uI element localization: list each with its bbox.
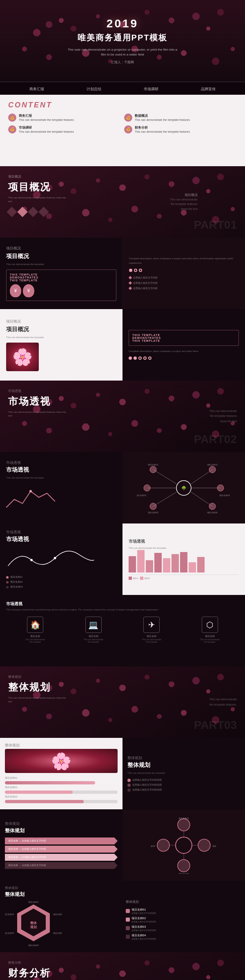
svg-point-23 — [176, 837, 192, 853]
market-wave-label: 市场透视 — [6, 530, 116, 535]
section3-title: 整体规划 — [8, 681, 114, 694]
svg-point-9 — [150, 466, 156, 473]
svg-text:项目名称03: 项目名称03 — [53, 932, 62, 934]
plan1-label: 整体规划 — [5, 743, 118, 748]
slide-section2: 市场透视 市场透视 This can demonstrate the templ… — [0, 381, 245, 452]
nav-tab-business[interactable]: 商务汇报 — [26, 85, 47, 93]
part-number-3: PART03 — [194, 719, 237, 732]
diamond-icon-3 — [28, 207, 38, 217]
section3-right: This can demonstratethe template feature… — [209, 697, 237, 707]
slide-project1: 项目概况 项目概况 This can demonstrate the templ… — [0, 238, 245, 309]
proj1-subtitle: This can demonstrate the template — [6, 263, 116, 266]
market-icons-subtitle: The company entered the manufacturing se… — [6, 608, 239, 612]
section1-right-text: This can demonstratethe template feature… — [170, 197, 197, 211]
template-label2: THIS TEMPLATEDEMONSTRATESTHIS TEMPLATE — [132, 334, 235, 342]
proj1-title: 项目概况 — [6, 253, 116, 260]
plan2-ribbons: 项目名称 → 点击输入相关文字内容 项目名称 → 点击输入相关文字内容 项目名称… — [5, 837, 118, 869]
svg-line-5 — [153, 492, 176, 506]
circles-diagram: 项目名称01 项目名称02 项目名称03 项目名称04 — [151, 817, 216, 874]
svg-point-11 — [150, 503, 156, 510]
svg-text:项目名称06: 项目名称06 — [5, 913, 14, 915]
tree-diagram: 🌳 项目名称01 项目名称02 项目名称03 项目名称04 项目名称05 项目名… — [137, 459, 231, 517]
plan3-right: 整体规划 项目名称01这里输入相关文字内容说明 项目名称02这里输入相关文字内容… — [126, 900, 241, 940]
cover-subtitle: The user can demonstrate on a projector … — [65, 47, 180, 56]
content-title: CONTENT — [8, 101, 237, 109]
svg-point-24 — [178, 819, 190, 831]
money-icons-row — [10, 284, 113, 297]
section2-right: This can demonstratethe template feature… — [209, 409, 237, 424]
svg-point-0 — [29, 490, 32, 492]
nav-tab-plan[interactable]: 计划总结 — [83, 85, 105, 93]
section1-title: 项目概况 — [8, 180, 114, 194]
svg-text:项目名称04: 项目名称04 — [28, 944, 39, 947]
proj1-label: 项目概况 — [6, 246, 116, 251]
part-number-2: PART02 — [194, 433, 237, 446]
part-number-1: PART01 — [194, 218, 237, 232]
nav-tab-market[interactable]: 市场调研 — [140, 85, 162, 93]
plan2-label: 整体规划 — [5, 821, 118, 826]
svg-text:项目名称01: 项目名称01 — [148, 463, 158, 466]
slide-project2: 项目概况 项目概况 This can demonstrate the templ… — [0, 309, 245, 381]
proj2-label: 项目概况 — [6, 319, 116, 324]
market-icons-row: 🏠 项目名称 This can demonstratethe template … — [6, 617, 239, 643]
plan1-right-items: 这里输入相关文字内容说明 这里输入相关文字内容说明 这里输入相关文字内容说明 — [127, 778, 240, 792]
content-label-1: 商务汇报 — [19, 114, 74, 118]
market-wave-title: 市场透视 — [6, 536, 116, 543]
svg-line-4 — [191, 470, 212, 484]
icon-home-label: 项目名称 — [25, 635, 45, 638]
wave-svg — [6, 546, 96, 574]
slide-plan1: 整体规划 项目名称01 项目名称02 项目名称03 整体规划 整体规划 This… — [0, 738, 245, 809]
svg-text:规划: 规划 — [30, 925, 37, 929]
svg-text:项目名称05: 项目名称05 — [148, 511, 158, 514]
svg-point-10 — [209, 466, 216, 473]
slide-section3: 整体规划 整体规划 This can demonstrate the templ… — [0, 666, 245, 738]
content-desc-3: This can demonstrate the template featur… — [19, 130, 74, 133]
flower-image — [6, 343, 39, 371]
svg-text:项目名称02: 项目名称02 — [207, 463, 218, 466]
section2-subtitle: This can demonstrate the template featur… — [8, 410, 69, 418]
section2-title: 市场透视 — [8, 395, 114, 408]
money-icon-2: 💰 — [124, 114, 132, 122]
svg-point-21 — [30, 559, 33, 561]
diamond-icon-1 — [7, 207, 17, 217]
svg-text:项目名称01: 项目名称01 — [28, 901, 39, 903]
money-icon-1: 💰 — [8, 114, 16, 122]
nav-tab-brand[interactable]: 品牌宣传 — [198, 85, 219, 93]
svg-point-22 — [54, 557, 56, 559]
money-icon-3: 💰 — [8, 125, 16, 134]
slide-section4: 财务分析 财务分析 This can demonstrate the templ… — [0, 952, 245, 980]
content-label-4: 财务分析 — [135, 125, 190, 130]
market-tree-label: 市场透视 — [6, 460, 116, 466]
plan3-items: 项目名称01这里输入相关文字内容说明 项目名称02这里输入相关文字内容说明 项目… — [126, 908, 241, 940]
section1-part: 项目概况 — [8, 174, 114, 179]
svg-point-26 — [178, 860, 190, 872]
proj1-right-text: Complete description: place a between a … — [129, 256, 239, 265]
icon-hex-desc: This can demonstratethe template — [200, 638, 220, 643]
plan2-circles: 项目名称01 项目名称02 项目名称03 项目名称04 — [151, 817, 216, 874]
content-grid: 💰 商务汇报 This can demonstrate the template… — [8, 114, 237, 134]
section1-subtitle: This can demonstrate the template featur… — [8, 196, 69, 203]
plan3-label: 整体规划 — [5, 886, 120, 890]
content-desc-2: This can demonstrate the template featur… — [135, 118, 190, 121]
market-icons-title: 市场透视 — [6, 601, 239, 607]
section3-subtitle: This can demonstrate the template featur… — [8, 696, 69, 704]
svg-point-14 — [217, 485, 224, 491]
market-tree-title: 市场透视 — [6, 466, 116, 474]
money-icon-4: 💰 — [124, 125, 132, 134]
cover-author: 汇报人：千图网 — [111, 60, 134, 65]
plan3-right-title: 整体规划 — [126, 900, 241, 904]
svg-text:项目名称03: 项目名称03 — [178, 873, 189, 874]
proj2-subtitle: This can demonstrate the template — [6, 336, 116, 339]
svg-text:🌳: 🌳 — [181, 486, 187, 491]
svg-point-12 — [209, 503, 216, 510]
market-wave-right-sub: This can demonstrate the template — [129, 547, 239, 549]
proj2-right-text: Complete description: place a between a … — [129, 349, 239, 354]
diamond-icon-2 — [17, 207, 27, 217]
icon-computer: 💻 — [85, 617, 102, 633]
slide-market-tree: 市场透视 市场透视 This can demonstrate the templ… — [0, 452, 245, 523]
icon-hex-label: 项目名称 — [200, 635, 220, 638]
proj1-dots — [129, 269, 239, 274]
proj2-title: 项目概况 — [6, 326, 116, 333]
content-label-2: 数据概况 — [135, 114, 190, 118]
template-label: THIS TEMPLATEDEMONSTRATESTHIS TEMPLATE — [10, 273, 113, 282]
